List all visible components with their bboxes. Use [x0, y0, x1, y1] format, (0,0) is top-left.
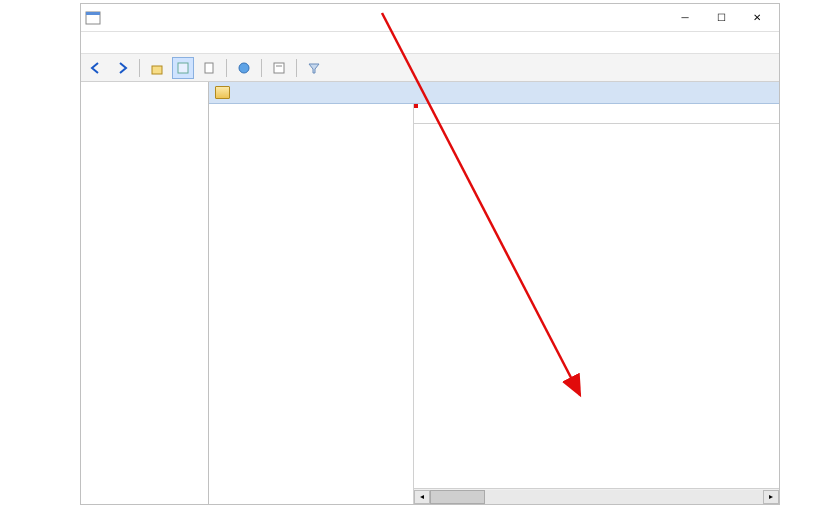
back-button[interactable] [85, 57, 107, 79]
show-hide-button[interactable] [172, 57, 194, 79]
menu-action[interactable] [99, 41, 111, 45]
titlebar: ─ ☐ ✕ [81, 4, 779, 32]
scroll-track[interactable] [430, 490, 763, 504]
scroll-left-button[interactable]: ◂ [414, 490, 430, 504]
settings-list-pane: ◂ ▸ [414, 104, 779, 504]
maximize-button[interactable]: ☐ [703, 6, 739, 30]
svg-point-5 [239, 63, 249, 73]
help-button[interactable] [233, 57, 255, 79]
svg-rect-2 [152, 66, 162, 74]
tree-panel[interactable] [81, 82, 209, 504]
close-button[interactable]: ✕ [739, 6, 775, 30]
properties-button[interactable] [268, 57, 290, 79]
column-header[interactable] [414, 104, 779, 124]
right-panel: ◂ ▸ [209, 82, 779, 504]
menubar [81, 32, 779, 54]
menu-view[interactable] [113, 41, 125, 45]
window-controls: ─ ☐ ✕ [667, 6, 775, 30]
content-body: ◂ ▸ [81, 82, 779, 504]
content-split: ◂ ▸ [209, 104, 779, 504]
list-header-bar [209, 82, 779, 104]
menu-help[interactable] [127, 41, 139, 45]
horizontal-scrollbar[interactable]: ◂ ▸ [414, 488, 779, 504]
forward-button[interactable] [111, 57, 133, 79]
toolbar [81, 54, 779, 82]
scroll-thumb[interactable] [430, 490, 485, 504]
export-button[interactable] [198, 57, 220, 79]
svg-rect-4 [205, 63, 213, 73]
folder-icon [215, 86, 230, 99]
settings-list[interactable] [414, 124, 779, 488]
menu-file[interactable] [85, 41, 97, 45]
svg-rect-6 [274, 63, 284, 73]
gpedit-window: ─ ☐ ✕ [80, 3, 780, 505]
details-pane [209, 104, 414, 504]
svg-rect-3 [178, 63, 188, 73]
up-button[interactable] [146, 57, 168, 79]
scroll-right-button[interactable]: ▸ [763, 490, 779, 504]
svg-rect-1 [86, 12, 100, 15]
app-icon [85, 10, 101, 26]
minimize-button[interactable]: ─ [667, 6, 703, 30]
filter-button[interactable] [303, 57, 325, 79]
